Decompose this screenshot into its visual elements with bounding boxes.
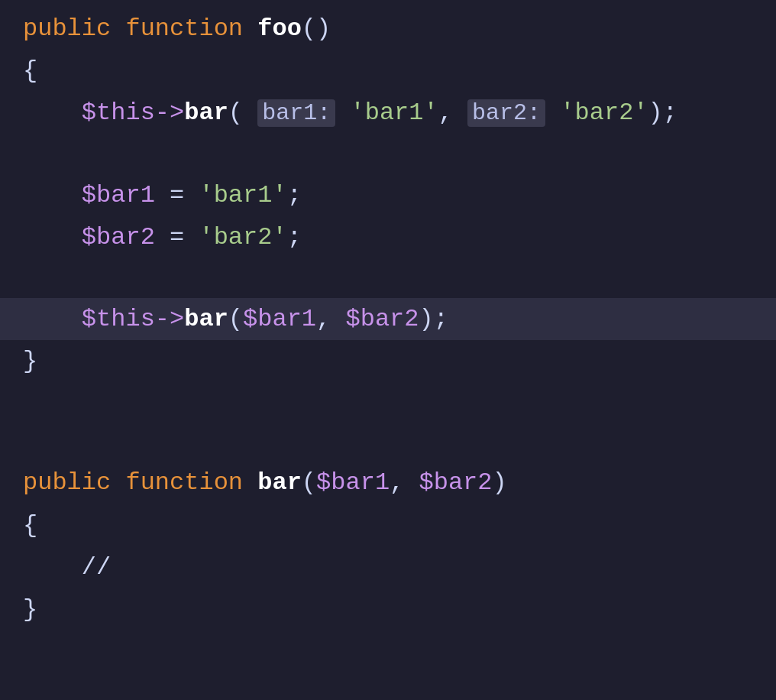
paren-open: () <box>302 15 331 43</box>
code-line-func2: public function bar($bar1, $bar2) <box>0 462 776 504</box>
brace-close-1: } <box>23 347 37 375</box>
paren-close2: ); <box>419 305 448 333</box>
code-line-brace-close2: } <box>0 588 776 630</box>
code-line-2: { <box>0 50 776 92</box>
param-bar1: $bar1 <box>316 468 390 497</box>
code-line-comment: // <box>0 546 776 588</box>
comma1: , <box>438 99 467 127</box>
empty-line-3 <box>0 382 776 422</box>
space1 <box>335 99 350 127</box>
comment-slashes: // <box>82 553 111 582</box>
empty-line-4 <box>0 422 776 462</box>
paren: ( <box>228 99 257 127</box>
string-bar1-val: 'bar1' <box>199 181 286 209</box>
code-line-5: $bar1 = 'bar1'; <box>0 174 776 216</box>
code-line-8: $this->bar($bar1, $bar2); <box>0 298 776 340</box>
param-badge-bar2: bar2: <box>467 99 545 127</box>
function-name-foo: foo <box>257 15 302 43</box>
space2 <box>545 99 560 127</box>
brace-open-2: { <box>23 511 37 540</box>
code-editor: public function foo() { $this->bar( bar1… <box>0 0 776 700</box>
string-bar2: 'bar2' <box>560 99 648 127</box>
method-bar-call: bar <box>184 99 228 127</box>
brace-open: { <box>23 57 37 85</box>
comma2: , <box>316 305 345 333</box>
keyword-public-2: public <box>23 468 125 497</box>
empty-line-1 <box>0 134 776 174</box>
semi2: ; <box>287 223 302 251</box>
string-bar1: 'bar1' <box>350 99 438 127</box>
var-bar1-assign: $bar1 <box>82 181 155 209</box>
var-bar2-assign: $bar2 <box>82 223 155 251</box>
param-badge-bar1: bar1: <box>257 99 335 127</box>
equals1: = <box>155 181 199 209</box>
string-bar2-val: 'bar2' <box>199 223 286 251</box>
function-name-bar: bar <box>257 468 302 497</box>
arg-bar1: $bar1 <box>243 305 316 333</box>
brace-close-2: } <box>23 595 37 624</box>
this-arrow: $this-> <box>82 99 184 127</box>
paren3: ( <box>302 468 316 497</box>
comma3: , <box>390 468 419 497</box>
param-bar2: $bar2 <box>419 468 492 497</box>
code-line-1: public function foo() <box>0 8 776 50</box>
semi1: ; <box>287 181 302 209</box>
keyword-function: function <box>125 15 257 43</box>
code-line-6: $bar2 = 'bar2'; <box>0 216 776 258</box>
this-arrow-2: $this-> <box>82 305 184 333</box>
code-line-brace2: { <box>0 504 776 546</box>
keyword-public: public <box>23 15 125 43</box>
paren-close: ); <box>648 99 677 127</box>
arg-bar2: $bar2 <box>345 305 419 333</box>
empty-line-2 <box>0 258 776 298</box>
keyword-function-2: function <box>125 468 257 497</box>
method-bar-call-2: bar <box>184 305 228 333</box>
equals2: = <box>155 223 199 251</box>
code-line-3: $this->bar( bar1: 'bar1', bar2: 'bar2'); <box>0 92 776 134</box>
paren-close3: ) <box>493 468 507 497</box>
code-line-9: } <box>0 340 776 382</box>
paren2: ( <box>228 305 243 333</box>
